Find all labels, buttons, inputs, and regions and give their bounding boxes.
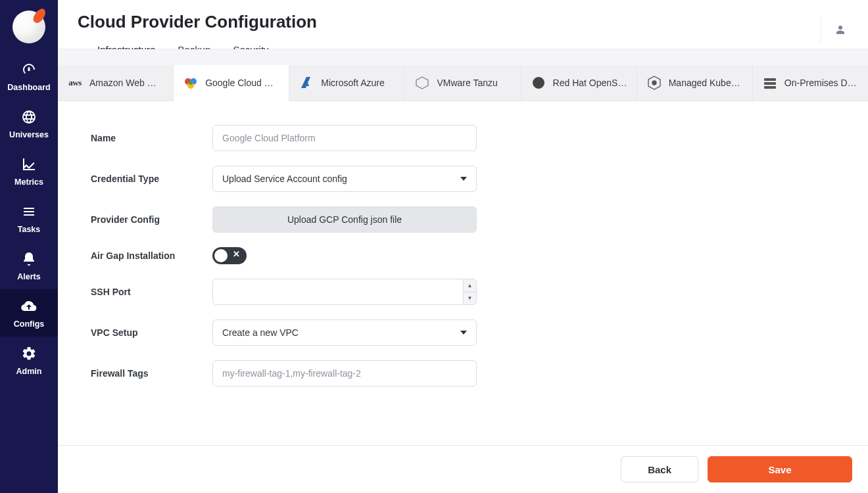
ptab-label: Google Cloud …: [205, 78, 274, 88]
label-name: Name: [91, 133, 212, 143]
ptab-label: VMware Tanzu: [437, 78, 497, 88]
openshift-icon: [531, 75, 546, 91]
sidebar-item-tasks[interactable]: Tasks: [0, 195, 58, 242]
ptab-gcp[interactable]: Google Cloud …: [174, 66, 289, 101]
user-menu[interactable]: [821, 16, 848, 43]
svg-rect-8: [764, 82, 776, 85]
server-icon: [762, 75, 778, 91]
label-credential-type: Credential Type: [91, 174, 212, 184]
ptab-aws[interactable]: aws Amazon Web …: [58, 65, 174, 101]
sidebar-item-label: Dashboard: [7, 83, 50, 92]
gear-icon: [21, 346, 37, 362]
sidebar-item-alerts[interactable]: Alerts: [0, 242, 58, 289]
kubernetes-icon: [646, 75, 662, 91]
toggle-knob: [214, 249, 228, 262]
svg-marker-4: [416, 77, 428, 89]
svg-point-3: [189, 81, 193, 85]
chart-line-icon: [21, 156, 37, 172]
sidebar-item-label: Tasks: [18, 225, 41, 234]
ssh-port-input[interactable]: [222, 279, 454, 304]
main: Cloud Provider Configuration Infrastruct…: [58, 0, 868, 493]
sidebar-item-admin[interactable]: Admin: [0, 337, 58, 384]
provider-tabs: aws Amazon Web … Google Cloud … Microsof…: [58, 65, 868, 101]
ptab-vmware[interactable]: VMware Tanzu: [405, 65, 521, 101]
sidebar-item-universes[interactable]: Universes: [0, 100, 58, 147]
label-vpc-setup: VPC Setup: [91, 327, 212, 338]
form-footer: Back Save: [58, 445, 868, 493]
vmware-icon: [414, 75, 430, 91]
ptab-openshift[interactable]: Red Hat OpenS…: [521, 65, 637, 101]
svg-rect-9: [764, 86, 776, 89]
provider-form: Name Credential Type Upload Service Acco…: [58, 101, 868, 445]
ptab-label: Red Hat OpenS…: [553, 78, 627, 88]
chevron-down-icon: [460, 331, 467, 335]
ptab-label: On-Premises Da…: [784, 78, 859, 88]
label-firewall-tags: Firewall Tags: [91, 368, 212, 379]
user-icon: [834, 24, 846, 35]
firewall-tags-input[interactable]: [222, 361, 467, 386]
azure-icon: [299, 75, 314, 91]
topbar: Cloud Provider Configuration Infrastruct…: [58, 0, 868, 49]
toggle-off-icon: ✕: [233, 249, 240, 259]
label-provider-config: Provider Config: [91, 214, 212, 225]
ptab-label: Amazon Web …: [89, 78, 157, 88]
sidebar-item-configs[interactable]: Configs: [0, 289, 58, 337]
svg-rect-7: [764, 78, 776, 81]
bell-icon: [21, 251, 37, 267]
app-logo: [12, 11, 45, 43]
list-icon: [21, 204, 37, 220]
cloud-upload-icon: [21, 298, 37, 314]
label-air-gap: Air Gap Installation: [91, 250, 212, 261]
credential-type-value: Upload Service Account config: [222, 174, 347, 184]
sidebar-item-dashboard[interactable]: Dashboard: [0, 53, 58, 100]
back-button[interactable]: Back: [621, 456, 698, 482]
ptab-onprem[interactable]: On-Premises Da…: [753, 65, 868, 101]
upload-config-label: Upload GCP Config json file: [287, 214, 402, 225]
gcp-icon: [183, 75, 199, 91]
ptab-kubernetes[interactable]: Managed Kube…: [637, 65, 753, 101]
upload-config-button[interactable]: Upload GCP Config json file: [212, 206, 477, 233]
gauge-icon: [21, 62, 37, 78]
globe-icon: [21, 109, 37, 125]
ssh-port-spinners: ▲ ▼: [464, 279, 477, 305]
label-ssh-port: SSH Port: [91, 287, 212, 297]
firewall-tags-input-wrap: [212, 360, 477, 387]
sidebar-item-label: Universes: [9, 130, 49, 139]
sidebar-item-metrics[interactable]: Metrics: [0, 147, 58, 195]
sidebar-item-label: Configs: [14, 319, 45, 329]
save-button[interactable]: Save: [708, 456, 852, 482]
name-input[interactable]: [222, 126, 467, 151]
ssh-port-step-down[interactable]: ▼: [464, 293, 476, 305]
name-input-wrap: [212, 125, 477, 151]
ptab-azure[interactable]: Microsoft Azure: [289, 65, 405, 101]
vpc-setup-select[interactable]: Create a new VPC: [212, 319, 477, 346]
air-gap-toggle[interactable]: ✕: [212, 247, 247, 264]
page-title: Cloud Provider Configuration: [78, 12, 317, 32]
vpc-setup-value: Create a new VPC: [222, 327, 299, 338]
svg-point-6: [652, 81, 656, 85]
aws-icon: aws: [67, 75, 83, 91]
ptab-label: Microsoft Azure: [321, 78, 384, 88]
provider-card: aws Amazon Web … Google Cloud … Microsof…: [58, 65, 868, 493]
sidebar-item-label: Admin: [16, 367, 42, 376]
ptab-label: Managed Kube…: [669, 78, 740, 88]
ssh-port-step-up[interactable]: ▲: [464, 279, 476, 293]
credential-type-select[interactable]: Upload Service Account config: [212, 166, 477, 192]
sidebar-item-label: Alerts: [17, 272, 40, 281]
ssh-port-input-wrap: [212, 279, 464, 305]
content: aws Amazon Web … Google Cloud … Microsof…: [58, 49, 868, 493]
sidebar: Dashboard Universes Metrics Tasks Alerts…: [0, 0, 58, 493]
chevron-down-icon: [460, 177, 467, 181]
sidebar-item-label: Metrics: [14, 177, 43, 187]
